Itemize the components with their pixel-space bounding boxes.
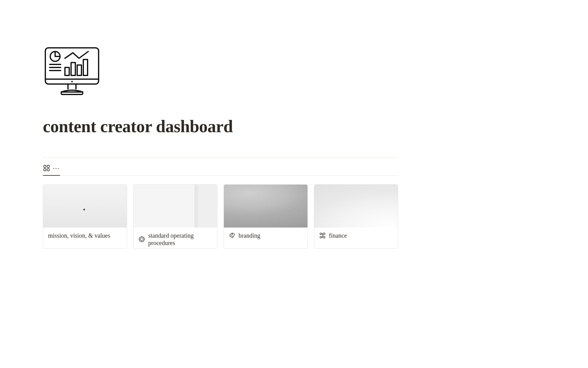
svg-rect-8: [65, 67, 69, 75]
card-thumbnail: [314, 185, 398, 228]
card-title: standard operating procedures: [148, 232, 212, 247]
section-divider: [43, 158, 398, 158]
svg-point-21: [320, 236, 322, 238]
card-standard-operating-procedures[interactable]: standard operating procedures: [133, 184, 217, 249]
svg-rect-13: [47, 165, 49, 167]
finance-nodes-icon: [319, 232, 326, 239]
svg-rect-3: [61, 92, 83, 94]
svg-rect-12: [44, 165, 46, 167]
card-title: mission, vision, & values: [48, 232, 110, 239]
gallery-grid: mission, vision, & values standard opera…: [43, 184, 398, 249]
svg-point-16: [139, 237, 145, 242]
svg-rect-11: [83, 59, 88, 75]
svg-line-19: [231, 236, 233, 236]
views-toolbar: …: [43, 163, 398, 176]
svg-rect-15: [47, 169, 49, 171]
brand-tag-icon: [229, 232, 236, 239]
svg-point-18: [232, 234, 232, 234]
card-title: branding: [239, 232, 260, 239]
card-mission-vision-values[interactable]: mission, vision, & values: [43, 184, 127, 249]
more-views-icon[interactable]: …: [53, 163, 59, 170]
svg-rect-10: [77, 65, 81, 75]
svg-point-20: [320, 233, 322, 235]
card-thumbnail: [43, 185, 127, 228]
card-finance[interactable]: finance: [314, 184, 398, 249]
card-thumbnail: [134, 185, 217, 228]
page-icon-dashboard-monitor[interactable]: [43, 46, 101, 98]
card-title: finance: [329, 232, 347, 239]
svg-rect-9: [71, 63, 75, 75]
page-title[interactable]: content creator dashboard: [43, 117, 398, 136]
svg-rect-14: [44, 169, 46, 171]
svg-point-17: [140, 238, 143, 240]
gallery-view-icon: [43, 165, 50, 171]
svg-rect-23: [323, 236, 325, 238]
sop-badge-icon: [138, 236, 145, 243]
tab-gallery-view[interactable]: …: [43, 163, 60, 176]
card-branding[interactable]: branding: [224, 184, 308, 249]
svg-point-2: [71, 81, 73, 82]
card-thumbnail: [224, 185, 307, 228]
svg-rect-22: [323, 233, 325, 235]
